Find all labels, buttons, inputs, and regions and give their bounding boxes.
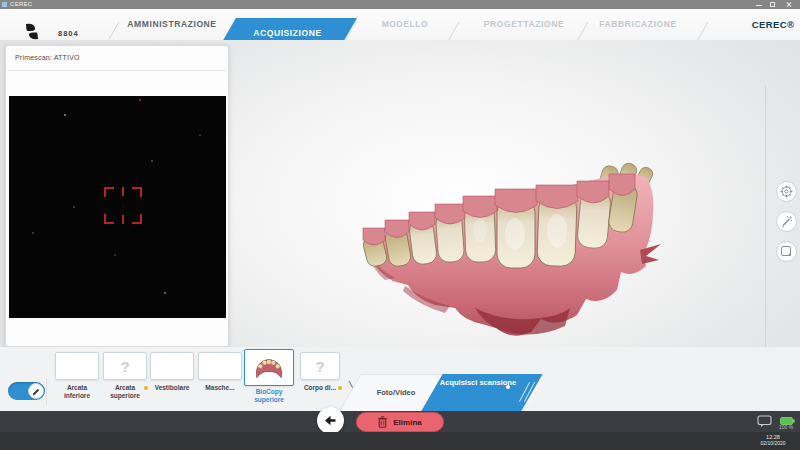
cerec-application-window: { "colors": { "accent": "#2e8fd2", "bran… [0, 0, 800, 450]
thumbnail-arcata-superiore[interactable]: ? [103, 352, 147, 380]
thumbnail-vestibolare[interactable] [150, 352, 194, 380]
thumbnail-arcata-inferiore[interactable] [55, 352, 99, 380]
settings-wheel-button[interactable] [776, 181, 797, 202]
pending-marker-dot [338, 386, 342, 390]
scanner-tools-button[interactable] [776, 211, 797, 232]
thumbnail-corpo-di[interactable]: ? [300, 352, 340, 380]
biocopy-scan-preview [248, 353, 290, 383]
thumbnail-label: Arcata inferiore [53, 384, 101, 399]
thumbnail-label: Arcata superiore [101, 384, 149, 399]
detach-window-button[interactable] [776, 241, 797, 262]
tab-acquisisci-scansione[interactable]: Acquisisci scansione [432, 378, 524, 387]
delete-button[interactable]: Elimina [356, 412, 444, 432]
windows-taskbar: C Camtasia Studio - ... CEREC C Recordin… [0, 432, 800, 450]
window-title: CEREC [10, 1, 33, 7]
thumbnail-label: Corpo di... [296, 384, 344, 392]
battery-percentage: 100 % [779, 424, 793, 430]
edit-mode-toggle[interactable] [8, 382, 45, 400]
tab-amministrazione[interactable]: AMMINISTRAZIONE [102, 9, 242, 40]
clock-date: 02/10/2020 [756, 440, 790, 446]
os-title-bar[interactable]: CEREC [0, 0, 800, 9]
app-window-icon [2, 2, 7, 7]
focus-brackets [104, 187, 142, 224]
chat-bubble-icon[interactable] [757, 415, 772, 428]
thumbnail-mascherina[interactable] [198, 352, 242, 380]
thumbnail-label: Masche... [196, 384, 244, 392]
teeth-3d-model[interactable] [355, 158, 665, 348]
window-export-icon [780, 245, 793, 258]
primescan-camera-panel: Primescan: ATTIVO [5, 45, 229, 347]
delete-button-label: Elimina [393, 418, 421, 427]
arrow-left-icon [324, 415, 337, 426]
trash-icon [378, 416, 387, 428]
airbrush-icon [780, 215, 793, 228]
camera-live-view [9, 96, 226, 318]
divider [46, 378, 47, 405]
phase-tab-bar: 8804 AMMINISTRAZIONE ACQUISIZIONE MODELL… [0, 9, 800, 40]
tab-fabbricazione[interactable]: FABBRICAZIONE [568, 9, 708, 40]
gear-icon [780, 185, 793, 198]
question-mark-placeholder: ? [120, 358, 129, 375]
thumbnail-label-selected: BioCopy superiore [245, 388, 293, 403]
panel-divider [7, 70, 227, 71]
cerec-brand-label: CEREC® [733, 9, 800, 40]
acquisition-strip: Arcata inferiore ? Arcata superiore Vest… [0, 347, 800, 411]
minimize-icon[interactable] [756, 5, 762, 6]
taskbar-clock[interactable]: 12:28 02/10/2020 [756, 434, 790, 446]
camera-status-label: Primescan: ATTIVO [15, 54, 80, 61]
thumbnail-biocopy-superiore[interactable] [244, 349, 294, 386]
thumbnail-label: Vestibolare [148, 384, 196, 392]
active-scan-dot [506, 385, 510, 389]
question-mark-placeholder: ? [315, 358, 324, 375]
maximize-icon[interactable] [770, 2, 775, 7]
back-button[interactable] [317, 407, 344, 434]
pencil-icon [28, 383, 44, 399]
